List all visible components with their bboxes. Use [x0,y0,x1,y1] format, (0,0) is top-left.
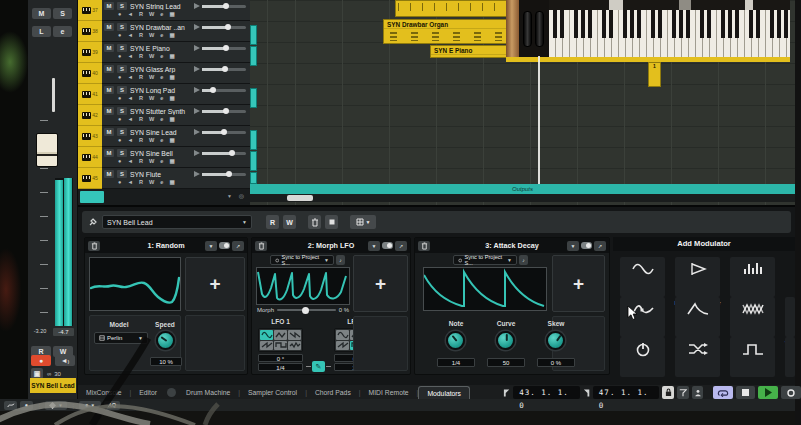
arrange-view[interactable]: SYN Drawbar Organ SYN E Piano 1 Outputs [250,0,795,205]
slider-thumb[interactable] [302,307,309,314]
write-icon[interactable]: W [149,95,155,101]
record-icon[interactable]: ● [118,179,122,185]
instrument-icon[interactable]: ▦ [169,116,175,122]
note-knob[interactable] [446,331,465,350]
open-editor-icon[interactable]: ↗ [594,241,606,251]
write-icon[interactable]: W [149,53,155,59]
midi-clip-partial[interactable] [395,0,507,17]
modulator-on-toggle[interactable] [219,242,230,249]
clip-fragment[interactable] [250,151,257,171]
clip-fragment[interactable] [250,172,257,184]
track-row[interactable]: 39 M S SYN E Piano ●◄RWe▦ [78,42,250,63]
track-selector-dropdown[interactable]: SYN Bell Lead▼ [102,215,252,229]
volume-fader[interactable] [36,133,58,167]
punch-lock-icon[interactable] [662,386,674,399]
left-locator-value[interactable]: 43. 1. 1. 0 [513,386,579,399]
add-modulation-target-button[interactable]: + [185,257,245,311]
edit-icon[interactable]: e [160,158,164,164]
read-icon[interactable]: R [139,11,144,17]
add-modulation-target-button[interactable]: + [353,255,408,312]
snap-on-icon[interactable]: ● [20,401,33,410]
solo-button[interactable]: S [117,170,127,178]
edit-icon[interactable]: e [160,95,164,101]
edit-icon[interactable]: e [160,179,164,185]
clip-fragment[interactable] [250,25,257,45]
monitor-icon[interactable]: ◄ [127,74,134,80]
grid-type-dropdown[interactable]: ▼ [45,401,67,410]
mute-button[interactable]: M [104,107,114,115]
instrument-icon[interactable]: ▦ [169,11,175,17]
note-value-button[interactable]: ♪ [519,255,528,265]
volume-slider[interactable] [202,110,246,113]
mixer-mute-button[interactable]: M [32,8,51,19]
write-button[interactable]: W [283,215,296,229]
write-icon[interactable]: W [149,158,155,164]
write-icon[interactable]: W [149,74,155,80]
add-morph-lfo-button[interactable]: Morph LFO [730,297,775,337]
tab-modulators[interactable]: Modulators [418,386,470,399]
read-icon[interactable]: R [139,179,144,185]
bypass-icon[interactable] [325,215,338,229]
editor-instrument-icon[interactable] [167,388,176,397]
skew-value[interactable]: 0 % [537,358,575,367]
solo-button[interactable]: S [117,2,127,10]
read-icon[interactable]: R [139,116,144,122]
audio-quantize-button[interactable]: AQ [104,401,120,410]
record-icon[interactable]: ● [118,158,122,164]
autopunch-icon[interactable] [677,386,689,399]
zoom-icon[interactable]: ◎ [239,192,244,199]
track-control-icons[interactable]: ●◄RWe▦ [118,158,176,164]
read-icon[interactable]: R [139,158,144,164]
monitor-button[interactable]: ◄) [55,355,75,366]
add-modulation-target-button[interactable]: + [552,255,605,312]
monitor-icon[interactable]: ◄ [127,158,134,164]
sync-mode-dropdown[interactable]: Sync to Project S...▼ [270,255,334,265]
sawdown-wave-button[interactable] [288,330,301,340]
clip-fragment[interactable] [250,46,257,66]
mixer-listen-button[interactable]: L [32,26,51,37]
mute-button[interactable]: M [104,65,114,73]
volume-slider[interactable] [202,5,246,8]
track-row[interactable]: 37 M S SYN String Lead ●◄RWe▦ [78,0,250,21]
track-type-cell[interactable]: 45 [78,168,102,189]
edit-icon[interactable]: e [160,11,164,17]
record-icon[interactable]: ● [118,95,122,101]
mute-button[interactable]: M [104,170,114,178]
record-icon[interactable]: ● [118,53,122,59]
mixer-track-label[interactable]: SYN Bell Lead [30,378,76,393]
volume-slider[interactable] [202,131,246,134]
track-control-icons[interactable]: ●◄RWe▦ [118,74,176,80]
model-dropdown[interactable]: Perlin▼ [94,332,148,344]
monitor-icon[interactable]: ◄ [127,137,134,143]
pin-icon[interactable] [88,217,98,227]
solo-button[interactable]: S [117,86,127,94]
read-icon[interactable]: R [139,53,144,59]
add-modulator-partial-tile[interactable]: W [785,297,795,337]
mixer-edit-button[interactable]: e [53,26,72,37]
tab-drum-machine[interactable]: Drum Machine [178,389,238,396]
volume-slider[interactable] [202,89,246,92]
track-control-icons[interactable]: ●◄RWe▦ [118,32,176,38]
write-icon[interactable]: W [149,137,155,143]
monitor-icon[interactable]: ◄ [127,116,134,122]
snap-icon[interactable] [4,401,17,410]
monitor-icon[interactable]: ◄ [127,53,134,59]
record-button[interactable] [781,386,801,399]
modulator-on-toggle[interactable] [382,242,393,249]
record-icon[interactable]: ● [118,74,122,80]
add-attack-decay-button[interactable]: Attack Decay [675,297,720,337]
volume-slider[interactable] [202,26,246,29]
solo-button[interactable]: S [117,23,127,31]
speed-value[interactable]: 10 % [150,357,182,366]
sawup-wave-button[interactable] [260,341,273,351]
record-icon[interactable]: ● [118,116,122,122]
add-step-modulator-button[interactable]: Step Modulator [730,257,775,297]
clip-fragment[interactable] [250,130,257,150]
track-type-cell[interactable]: 37 [78,0,102,21]
volume-slider[interactable] [202,68,246,71]
horizontal-scrollbar[interactable] [250,194,795,202]
track-row[interactable]: 41 M S SYN Long Pad ●◄RWe▦ [78,84,250,105]
mixer-solo-button[interactable]: S [53,8,72,19]
chevron-down-icon[interactable]: ▼ [227,193,232,199]
preset-dropdown[interactable]: ▼ [205,241,217,251]
